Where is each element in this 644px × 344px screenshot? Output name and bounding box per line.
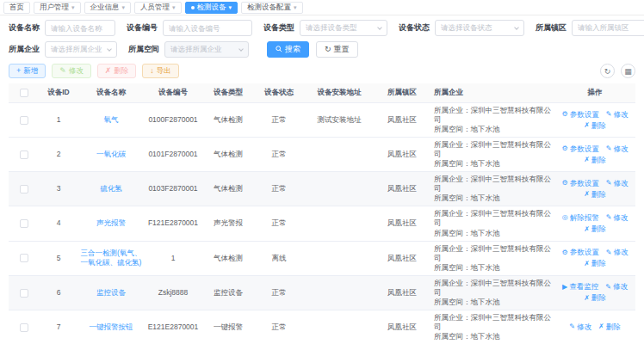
space-line: 所属空间：地下水池 xyxy=(434,298,552,307)
device-serial-input[interactable] xyxy=(164,21,251,35)
nav-tab-1[interactable]: 用户管理▾ xyxy=(34,2,81,14)
gear-action-button[interactable]: ⚙参数设置 xyxy=(562,179,599,188)
select-all-checkbox[interactable] xyxy=(20,89,28,97)
edit-action-button[interactable]: ✎修改 xyxy=(605,282,628,292)
edit-icon: ✎ xyxy=(605,284,611,291)
edit-toolbar-button[interactable]: ✎修改 xyxy=(52,64,91,78)
edit-action-button[interactable]: ✎修改 xyxy=(569,322,591,332)
space-prefix: 所属空间： xyxy=(434,263,471,272)
space-name: 地下水池 xyxy=(471,229,500,237)
space-line: 所属空间：地下水池 xyxy=(434,263,552,273)
edit-icon: ✎ xyxy=(606,249,612,256)
delete-action-button[interactable]: ✗删除 xyxy=(598,322,621,332)
nav-tab-2[interactable]: 企业信息▾ xyxy=(84,2,132,14)
company-line: 所属企业：深圳中三智慧科技有限公司 xyxy=(434,244,552,263)
device-name-link[interactable]: 三合一检测(氧气、一氧化碳、硫化氢) xyxy=(81,249,142,267)
device-name-cell: 一键报警按钮 xyxy=(77,310,145,344)
device-name-link[interactable]: 一键报警按钮 xyxy=(90,322,133,331)
nav-tab-4[interactable]: 检测设备▾ xyxy=(185,2,238,14)
download-toolbar-button[interactable]: ↓导出 xyxy=(142,64,179,78)
district-select[interactable]: 请输入所属镇区 xyxy=(572,20,644,36)
device-name-link[interactable]: 氧气 xyxy=(104,115,119,124)
table-row: 1氧气0100F2870001气体检测正常测试安装地址凤凰社区所属企业：深圳中三… xyxy=(9,103,635,138)
chevron-down-icon: ▾ xyxy=(294,4,297,10)
row-checkbox[interactable] xyxy=(20,323,28,332)
action-label: 删除 xyxy=(591,190,606,200)
device-table: 设备ID设备名称设备编号设备类型设备状态设备安装地址所属镇区所属企业操作 1氧气… xyxy=(9,83,635,344)
space-line: 所属空间：地下水池 xyxy=(434,194,552,203)
gear-action-button[interactable]: ⚙参数设置 xyxy=(562,110,599,120)
column-header-7: 所属企业 xyxy=(429,83,554,103)
action-label: 修改 xyxy=(613,179,628,188)
filter-row-1: 设备名称设备编号设备类型请选择设备类型设备状态请选择设备状态所属镇区请输入所属镇… xyxy=(9,20,635,36)
reset-button-label: 重置 xyxy=(334,44,350,55)
device-type-cell: 声光警报 xyxy=(201,206,255,241)
edit-action-button[interactable]: ✎修改 xyxy=(606,179,629,188)
actions-cell: ⚙参数设置✎修改✗删除 xyxy=(554,241,635,275)
delete-action-button[interactable]: ✗删除 xyxy=(584,293,606,303)
bell-icon: ◎ xyxy=(562,214,568,221)
column-header-5: 设备安装地址 xyxy=(303,83,375,103)
delete-toolbar-button[interactable]: ✗删除 xyxy=(97,64,137,78)
row-checkbox[interactable] xyxy=(20,116,28,125)
filter-group-device-type: 设备类型请选择设备类型 xyxy=(263,20,387,36)
action-label: 删除 xyxy=(591,224,606,234)
row-checkbox[interactable] xyxy=(20,219,28,228)
search-button[interactable]: 搜索 xyxy=(267,41,309,58)
row-select-cell xyxy=(9,138,40,172)
bell-action-button[interactable]: ◎解除报警 xyxy=(562,213,599,223)
monitor-action-button[interactable]: ▶查看监控 xyxy=(562,282,598,292)
refresh-tool-button[interactable]: ↻ xyxy=(600,64,615,78)
space-prefix: 所属空间： xyxy=(434,194,471,202)
select-all-header xyxy=(9,83,40,103)
nav-tab-3[interactable]: 人员管理▾ xyxy=(134,2,182,14)
chevron-down-icon xyxy=(514,25,519,30)
edit-icon: ✎ xyxy=(59,67,66,75)
device-type-select[interactable]: 请选择设备类型 xyxy=(300,20,387,36)
row-checkbox[interactable] xyxy=(20,289,28,298)
device-status-cell: 离线 xyxy=(255,241,303,275)
monitor-icon: ▶ xyxy=(562,284,567,291)
delete-action-button[interactable]: ✗删除 xyxy=(584,259,606,268)
action-label: 删除 xyxy=(591,156,606,165)
row-checkbox[interactable] xyxy=(20,185,28,194)
company-cell: 所属企业：深圳中三智慧科技有限公司所属空间：地下水池 xyxy=(429,275,554,310)
delete-action-button[interactable]: ✗删除 xyxy=(584,121,606,131)
delete-icon: ✗ xyxy=(584,122,590,129)
delete-action-button[interactable]: ✗删除 xyxy=(584,156,606,165)
nav-tab-0[interactable]: 首页 xyxy=(3,2,30,14)
table-row: 4声光报警F121E2870001声光警报正常凤凰社区所属企业：深圳中三智慧科技… xyxy=(9,206,635,241)
space-name: 地下水池 xyxy=(471,263,500,272)
reset-button[interactable]: ↻ 重置 xyxy=(316,41,358,58)
delete-action-button[interactable]: ✗删除 xyxy=(584,224,606,234)
row-checkbox[interactable] xyxy=(20,150,28,159)
gear-action-button[interactable]: ⚙参数设置 xyxy=(562,248,599,257)
row-select-cell xyxy=(9,172,40,206)
company-cell: 所属企业：深圳中三智慧科技有限公司所属空间：地下水池 xyxy=(429,172,554,206)
plus-toolbar-button[interactable]: +新增 xyxy=(9,64,46,78)
columns-tool-button[interactable]: ▦ xyxy=(621,64,635,78)
edit-action-button[interactable]: ✎修改 xyxy=(606,213,629,223)
device-type-cell: 一键报警 xyxy=(201,310,255,344)
edit-action-button[interactable]: ✎修改 xyxy=(606,248,629,257)
delete-action-button[interactable]: ✗删除 xyxy=(584,190,606,200)
device-name-link[interactable]: 硫化氢 xyxy=(100,184,122,193)
device-name-input[interactable] xyxy=(46,21,115,35)
gear-action-button[interactable]: ⚙参数设置 xyxy=(562,144,599,154)
space-select[interactable]: 请选择所属企业 xyxy=(164,41,249,58)
device-name-link[interactable]: 一氧化碳 xyxy=(96,150,126,158)
device-name-link[interactable]: 监控设备 xyxy=(96,288,126,297)
toolbar: +新增✎修改✗删除↓导出 ↻▦ xyxy=(0,63,644,83)
device-status-select[interactable]: 请选择设备状态 xyxy=(435,20,524,36)
company-select[interactable]: 请选择所属企业 xyxy=(45,41,117,58)
column-header-1: 设备名称 xyxy=(77,83,145,103)
actions-cell: ▶查看监控✎修改✗删除 xyxy=(554,275,635,310)
district-cell: 凤凰社区 xyxy=(375,275,429,310)
device-name-link[interactable]: 声光报警 xyxy=(96,218,126,227)
device-status-cell: 正常 xyxy=(255,275,303,310)
nav-tab-5[interactable]: 检测设备配置▾ xyxy=(241,2,303,14)
row-checkbox[interactable] xyxy=(20,254,28,262)
edit-action-button[interactable]: ✎修改 xyxy=(606,110,629,120)
edit-action-button[interactable]: ✎修改 xyxy=(606,144,629,154)
device-type-cell: 监控设备 xyxy=(201,275,255,310)
